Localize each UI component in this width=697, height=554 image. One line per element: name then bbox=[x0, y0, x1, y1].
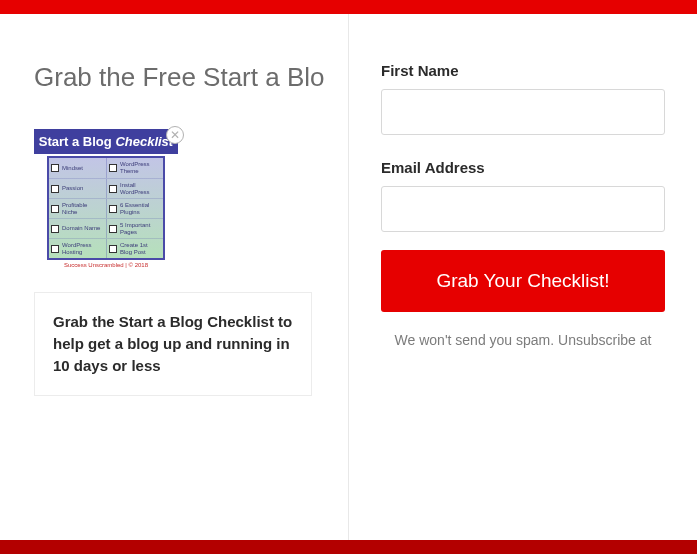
caption-card: Grab the Start a Blog Checklist to help … bbox=[34, 292, 312, 396]
email-field[interactable] bbox=[381, 186, 665, 232]
close-icon[interactable]: ✕ bbox=[166, 126, 184, 144]
thumbnail-copyright: Success Unscrambled | © 2018 bbox=[34, 260, 178, 270]
bottom-bar bbox=[0, 540, 697, 554]
check-cell: WordPress Theme bbox=[106, 158, 163, 178]
check-cell: Install WordPress bbox=[106, 179, 163, 198]
top-bar bbox=[0, 0, 697, 14]
thumbnail-banner: Start a Blog Checklist bbox=[34, 129, 178, 154]
check-cell: 6 Essential Plugins bbox=[106, 199, 163, 218]
caption-text: Grab the Start a Blog Checklist to help … bbox=[53, 311, 293, 377]
check-cell: Passion bbox=[49, 179, 106, 198]
check-cell: 5 Important Pages bbox=[106, 219, 163, 238]
first-name-field[interactable] bbox=[381, 89, 665, 135]
checklist-thumbnail: ✕ Start a Blog Checklist MindsetWordPres… bbox=[34, 129, 178, 270]
page-title: Grab the Free Start a Blo bbox=[34, 62, 348, 93]
email-label: Email Address bbox=[381, 159, 665, 176]
check-cell: Profitable Niche bbox=[49, 199, 106, 218]
left-column: Grab the Free Start a Blo ✕ Start a Blog… bbox=[0, 14, 349, 540]
first-name-label: First Name bbox=[381, 62, 665, 79]
disclaimer-text: We won't send you spam. Unsubscribe at bbox=[381, 332, 665, 348]
submit-button[interactable]: Grab Your Checklist! bbox=[381, 250, 665, 312]
check-cell: Create 1st Blog Post bbox=[106, 239, 163, 258]
check-cell: Domain Name bbox=[49, 219, 106, 238]
form-column: First Name Email Address Grab Your Check… bbox=[349, 14, 697, 540]
check-cell: WordPress Hosting bbox=[49, 239, 106, 258]
check-cell: Mindset bbox=[49, 158, 106, 178]
main-content: Grab the Free Start a Blo ✕ Start a Blog… bbox=[0, 14, 697, 540]
checklist-grid: MindsetWordPress ThemePassionInstall Wor… bbox=[47, 156, 165, 260]
